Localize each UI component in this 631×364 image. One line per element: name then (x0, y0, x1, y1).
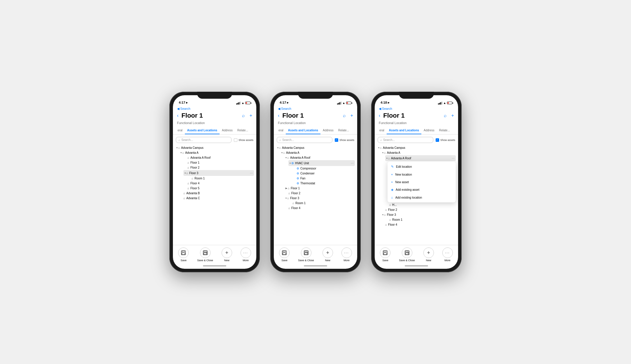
show-assets-checkbox[interactable] (335, 138, 338, 142)
search-box[interactable]: ⌕ Search... (378, 137, 433, 143)
search-input[interactable]: Search... (282, 138, 294, 142)
tab-2[interactable]: Address (220, 127, 235, 134)
tree-item[interactable]: ▾⌂Advanta A (280, 150, 355, 155)
toolbar-btn-save[interactable]: Save (380, 248, 390, 262)
toolbar-icon-new: + (423, 248, 434, 258)
toolbar-btn-more[interactable]: ··· More (341, 248, 352, 262)
search-box[interactable]: ⌕ Search... (176, 137, 232, 143)
tree-item[interactable]: ▾⌂Advanta A Roof··· (385, 155, 456, 161)
context-item-new-asset[interactable]: +New asset (388, 178, 456, 186)
tree-item[interactable]: ⌂Room 1 (187, 176, 254, 181)
add-button[interactable]: + (250, 113, 252, 118)
toolbar-btn-new[interactable]: + New (423, 248, 434, 262)
show-assets-toggle[interactable]: Show assets (436, 138, 455, 142)
context-item-add-existing-asset[interactable]: ◈Add existing asset (388, 186, 456, 194)
tree-item[interactable]: ⌂Advanta B (179, 191, 254, 196)
tab-1[interactable]: Assets and Locations (286, 127, 320, 134)
tree-item[interactable]: ▾⌂Advanta Campus (276, 145, 355, 150)
tree-item[interactable]: ▾⌂Floor 3··· (183, 170, 254, 176)
tree-item[interactable]: ⌂H... (385, 202, 456, 207)
tab-1[interactable]: Assets and Locations (185, 127, 220, 134)
toolbar-btn-more[interactable]: ··· More (442, 248, 453, 262)
tree-item[interactable]: ⌂Floor 4 (381, 222, 456, 227)
tab-3[interactable]: Relate... (437, 127, 452, 134)
tree-item[interactable]: ▾⌂Floor 3 (381, 212, 456, 217)
context-item-add-existing-location[interactable]: ⌂Add existing location (388, 194, 456, 201)
tree-item[interactable]: ▾⌂Advanta A (179, 150, 254, 155)
add-button[interactable]: + (350, 113, 353, 118)
tree-item[interactable]: ⚙Compressor (292, 166, 355, 171)
tree-item[interactable]: ⌂Floor 4 (284, 206, 355, 211)
tab-3[interactable]: Relate... (235, 127, 250, 134)
back-button[interactable]: ‹ (177, 113, 178, 118)
battery-icon (447, 102, 452, 104)
tree-item[interactable]: ▾⌂Advanta Campus (377, 145, 456, 150)
tree-item[interactable]: ⚙Condenser (292, 171, 355, 176)
toolbar-btn-save-and-close[interactable]: Save & Close (399, 248, 415, 262)
show-assets-checkbox[interactable] (234, 138, 237, 142)
tree-item[interactable]: ▶⌂Floor 1 (284, 186, 355, 191)
tree-item-label: Fan (300, 177, 354, 180)
header-actions: ⌕ + (343, 113, 353, 118)
toolbar-btn-new[interactable]: + New (322, 248, 333, 262)
tree-item[interactable]: ⌂Advanta C (179, 196, 254, 201)
back-button[interactable]: ‹ (278, 113, 279, 118)
more-options-button[interactable]: ··· (351, 161, 354, 165)
toolbar-btn-save-and-close[interactable]: Save & Close (197, 248, 213, 262)
tab-2[interactable]: Address (320, 127, 336, 134)
toolbar-btn-new[interactable]: + New (222, 248, 232, 262)
show-assets-toggle[interactable]: Show assets (234, 138, 253, 142)
tab-1[interactable]: Assets and Locations (387, 127, 421, 134)
search-input[interactable]: Search... (181, 138, 193, 142)
context-item-new-location[interactable]: +New location (388, 171, 456, 178)
more-options-button[interactable]: ··· (250, 171, 253, 175)
status-icons: ▲ (236, 101, 250, 105)
search-input[interactable]: Search... (383, 138, 395, 142)
tree-item[interactable]: ▾⌂Advanta A Roof (284, 155, 355, 160)
show-assets-label: Show assets (339, 139, 354, 142)
svg-rect-2 (182, 253, 185, 255)
tab-0[interactable]: eral (276, 127, 286, 134)
tree-item[interactable]: ▾⌂Advanta Campus (175, 145, 254, 150)
tree-item[interactable]: ⌂Floor 2 (183, 165, 254, 170)
toolbar-btn-save[interactable]: Save (279, 248, 290, 262)
search-button[interactable]: ⌕ (242, 113, 245, 118)
tree-item[interactable]: ⌂Floor 2 (284, 191, 355, 196)
tab-2[interactable]: Address (421, 127, 437, 134)
tree-item[interactable]: ⚙Thermostat (292, 181, 355, 186)
tree-item[interactable]: ▾⌂Advanta A (381, 150, 456, 155)
back-nav[interactable]: ◀ Search (274, 106, 357, 111)
tree-item[interactable]: ▾⚙HVAC Unit··· (288, 160, 355, 166)
toolbar-btn-more[interactable]: ··· More (241, 248, 251, 262)
search-box[interactable]: ⌕ Search... (277, 137, 332, 143)
tab-3[interactable]: Relate... (336, 127, 351, 134)
tree-item[interactable]: ⌂Floor 5 (183, 186, 254, 191)
tree-item[interactable]: ▾⌂Floor 3 (284, 196, 355, 201)
bottom-toolbar: Save Save & Close + New ··· More (173, 245, 256, 263)
search-button[interactable]: ⌕ (343, 113, 346, 118)
more-options-button[interactable]: ··· (452, 156, 455, 160)
location-icon: ⌂ (384, 151, 386, 154)
search-button[interactable]: ⌕ (444, 113, 447, 118)
toolbar-btn-save[interactable]: Save (178, 248, 189, 262)
show-assets-checkbox[interactable] (436, 138, 439, 142)
tab-0[interactable]: eral (377, 127, 387, 134)
tree-item[interactable]: ⌂Floor 4 (183, 181, 254, 186)
tab-0[interactable]: eral (175, 127, 185, 134)
tree-item[interactable]: ⌂Room 1 (288, 201, 355, 206)
tree-item[interactable]: ⌂Floor 1 (183, 160, 254, 165)
context-item-edit-location[interactable]: ✎Edit location (388, 163, 456, 171)
toolbar-label: More (243, 259, 249, 262)
add-button[interactable]: + (451, 113, 454, 118)
show-assets-toggle[interactable]: Show assets (335, 138, 354, 142)
back-button[interactable]: ‹ (379, 113, 380, 118)
tree-item[interactable]: ⌂Floor 2 (381, 207, 456, 212)
tree-item[interactable]: ⚙Fan (292, 176, 355, 181)
toolbar-btn-save-and-close[interactable]: Save & Close (298, 248, 314, 262)
tree-item[interactable]: ⌂Advanta A Roof (183, 155, 254, 160)
back-nav[interactable]: ◀ Search (375, 106, 458, 111)
tree-item-label: Floor 4 (190, 182, 253, 185)
add-location-icon: ⌂ (391, 196, 393, 199)
back-nav[interactable]: ◀ Search (173, 106, 256, 111)
tree-item[interactable]: ⌂Room 1 (385, 217, 456, 222)
